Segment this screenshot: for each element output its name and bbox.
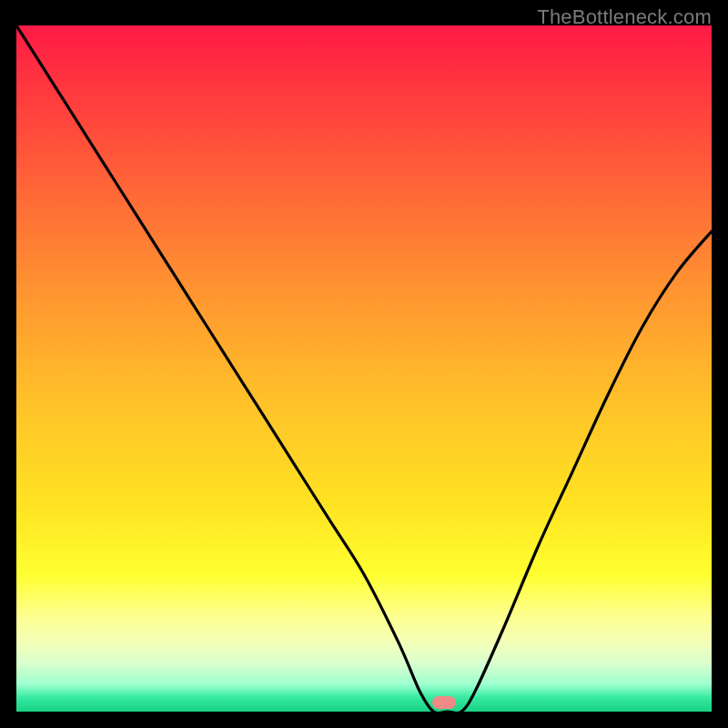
chart-stage: TheBottleneck.com (0, 0, 728, 728)
bottleneck-curve (16, 25, 712, 712)
optimal-marker (432, 696, 456, 709)
plot-area (16, 25, 712, 712)
chart-frame (16, 25, 712, 712)
